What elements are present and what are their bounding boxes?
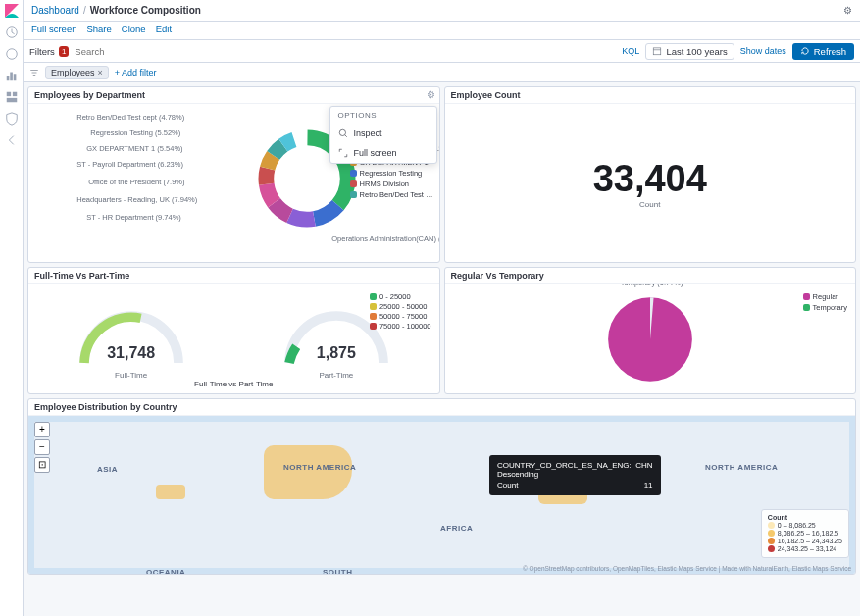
slice-label: Retro Ben/Ded Test cept (4.78%) [76, 113, 184, 122]
map-tooltip: COUNTRY_CD_ORCL_ES_NA_ENG: CHN Descendin… [489, 455, 661, 495]
svg-rect-5 [6, 92, 10, 96]
slice-label: ST - HR Department (9.74%) [86, 213, 181, 222]
svg-rect-8 [654, 48, 662, 55]
slice-label: ST - Payroll Department (6.23%) [76, 160, 183, 169]
menu-fullscreen[interactable]: Full screen [330, 143, 436, 163]
filters-count-badge: 1 [59, 46, 69, 57]
panel-title: Full-Time Vs Part-Time [28, 268, 439, 284]
pie-legend: Regular Temporary [803, 292, 847, 314]
panel-fulltime-parttime: Full-Time Vs Part-Time 0 - 25000 25000 -… [27, 267, 440, 394]
inspect-icon [338, 128, 348, 138]
svg-rect-3 [10, 73, 13, 81]
zoom-in-button[interactable]: + [34, 422, 50, 437]
side-rail [0, 0, 24, 616]
panel-employees-by-department: Employees by Department ⚙ [27, 86, 440, 263]
pie-chart: Temporary (0.77%) Regular (99.23%) [601, 290, 699, 388]
fullscreen-action[interactable]: Full screen [31, 24, 76, 37]
add-filter-link[interactable]: + Add filter [115, 68, 157, 77]
slice-label: Headquarters - Reading, UK (7.94%) [76, 195, 197, 204]
edit-action[interactable]: Edit [156, 24, 172, 37]
filters-label: Filters [29, 46, 55, 57]
svg-rect-6 [12, 92, 16, 96]
map-zoom-controls: + − ⊡ [34, 422, 50, 473]
count-value: 33,404 [593, 158, 707, 200]
svg-rect-4 [13, 74, 16, 80]
dashboard-actions: Full screen Share Clone Edit [24, 22, 860, 39]
filter-chips-row: Employees × + Add filter [24, 63, 860, 82]
calendar-icon [652, 46, 662, 56]
map-legend: Count 0 – 8,086.25 8,086.25 – 16,182.5 1… [761, 509, 849, 558]
svg-point-1 [6, 49, 17, 60]
svg-rect-7 [6, 98, 17, 102]
slice-label: GX DEPARTMENT 1 (5.54%) [86, 144, 182, 153]
dashboard-icon[interactable] [5, 90, 19, 104]
panel-employee-distribution-map: Employee Distribution by Country + − ⊡ A… [27, 398, 856, 575]
gauge-fulltime: Full-Time 31,748 [73, 302, 190, 362]
count-label: Count [639, 200, 660, 209]
search-input[interactable] [75, 46, 616, 57]
settings-gear-icon[interactable]: ⚙ [843, 5, 852, 16]
query-bar: Filters 1 KQL Last 100 years Show dates … [24, 39, 860, 63]
slice-label: Regression Testing (5.52%) [90, 128, 180, 137]
refresh-icon [800, 46, 810, 56]
breadcrumb-root[interactable]: Dashboard [31, 5, 79, 16]
panel-title: Employees by Department [28, 87, 439, 104]
dept-legend: GX DEPARTMENT 1 Regression Testing HRMS … [350, 158, 433, 201]
kibana-logo [5, 4, 19, 18]
expand-icon [338, 148, 348, 158]
slice-label: Office of the President (7.9%) [88, 178, 184, 186]
panel-regular-temporary: Regular Vs Temporary Regular Temporary T… [444, 267, 857, 394]
date-picker-text: Last 100 years [666, 46, 727, 57]
visualize-icon[interactable] [5, 69, 19, 82]
zoom-fit-button[interactable]: ⊡ [34, 457, 50, 473]
breadcrumb: Dashboard / Workforce Composition ⚙ [24, 0, 860, 22]
recent-icon[interactable] [5, 26, 19, 39]
panel-title: Regular Vs Temporary [445, 268, 856, 284]
panel-title: Employee Count [445, 87, 856, 104]
zoom-out-button[interactable]: − [34, 439, 50, 455]
panel-title: Employee Distribution by Country [28, 399, 855, 416]
close-icon[interactable]: × [98, 68, 103, 77]
menu-inspect[interactable]: Inspect [330, 124, 436, 143]
svg-rect-2 [6, 76, 9, 80]
gauge-subtitle: Full-Time vs Part-Time [28, 380, 439, 391]
slice-label: Operations Administration(CAN) (10.82%) [331, 234, 438, 243]
kql-toggle[interactable]: KQL [622, 46, 639, 56]
refresh-button[interactable]: Refresh [792, 43, 854, 60]
map-canvas[interactable]: + − ⊡ ASIA NORTH AMERICA AFRICA SOUTH OC… [28, 416, 855, 574]
filter-chip-employees[interactable]: Employees × [45, 66, 109, 79]
panel-options-menu: OPTIONS Inspect Full screen [329, 106, 437, 164]
menu-header: OPTIONS [330, 107, 436, 124]
share-action[interactable]: Share [86, 24, 111, 37]
breadcrumb-current: Workforce Composition [90, 5, 201, 16]
panel-employee-count: Employee Count 33,404 Count [444, 86, 857, 263]
map-attribution: © OpenStreetMap contributors, OpenMapTil… [523, 565, 851, 572]
panel-gear-icon[interactable]: ⚙ [427, 89, 435, 100]
security-icon[interactable] [5, 112, 19, 126]
discover-icon[interactable] [5, 47, 19, 61]
clone-action[interactable]: Clone [122, 24, 146, 37]
filter-settings-icon[interactable] [29, 68, 39, 77]
collapse-icon[interactable] [5, 133, 19, 147]
gauge-legend: 0 - 25000 25000 - 50000 50000 - 75000 75… [370, 292, 431, 332]
date-picker[interactable]: Last 100 years [645, 43, 734, 60]
show-dates-link[interactable]: Show dates [740, 46, 786, 56]
svg-point-18 [339, 129, 345, 135]
